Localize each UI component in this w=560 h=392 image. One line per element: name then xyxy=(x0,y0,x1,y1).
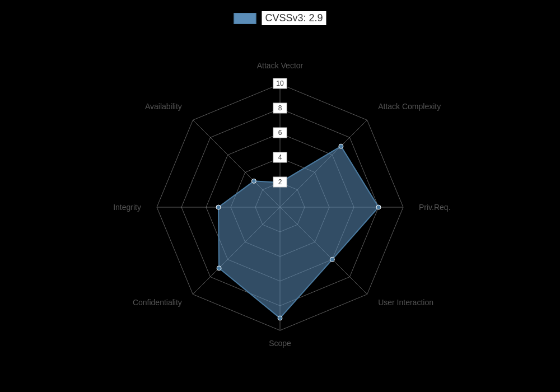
svg-text:Integrity: Integrity xyxy=(113,203,141,212)
svg-point-15 xyxy=(339,144,343,148)
svg-text:User Interaction: User Interaction xyxy=(378,298,433,307)
chart-container: 246810Attack VectorAttack ComplexityPriv… xyxy=(0,0,560,392)
svg-text:6: 6 xyxy=(278,129,282,137)
svg-point-21 xyxy=(251,179,256,183)
svg-text:Attack Vector: Attack Vector xyxy=(257,61,304,70)
svg-point-20 xyxy=(216,205,221,209)
svg-text:Scope: Scope xyxy=(269,339,291,348)
svg-text:8: 8 xyxy=(278,104,282,112)
svg-text:Priv.Req.: Priv.Req. xyxy=(419,203,451,212)
svg-marker-13 xyxy=(218,146,379,318)
svg-text:Availability: Availability xyxy=(145,102,182,111)
legend-color-box xyxy=(234,13,256,24)
svg-point-17 xyxy=(330,257,334,262)
legend: CVSSv3: 2.9 xyxy=(234,11,326,25)
svg-text:Attack Complexity: Attack Complexity xyxy=(378,102,441,111)
svg-text:4: 4 xyxy=(278,153,282,161)
svg-text:10: 10 xyxy=(276,80,284,87)
svg-point-19 xyxy=(217,266,221,270)
svg-point-18 xyxy=(278,316,282,320)
svg-text:Confidentiality: Confidentiality xyxy=(133,298,182,307)
svg-point-16 xyxy=(376,205,381,209)
svg-text:2: 2 xyxy=(278,178,282,186)
legend-label: CVSSv3: 2.9 xyxy=(262,11,326,25)
